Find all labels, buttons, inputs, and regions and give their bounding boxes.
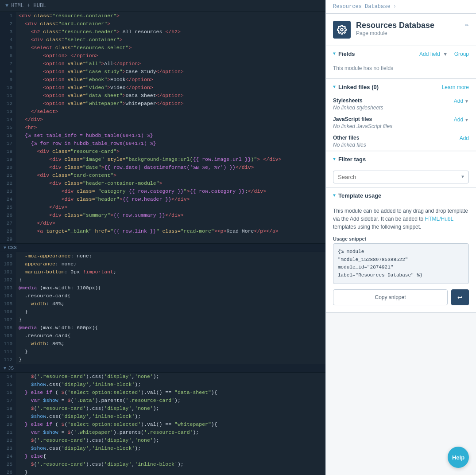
svg-point-0 bbox=[341, 28, 343, 31]
template-usage-section: ▼ Template usage This module can be adde… bbox=[326, 188, 476, 313]
snippet-actions: Copy snippet ↩ bbox=[326, 289, 476, 312]
add-js-button[interactable]: Add bbox=[454, 117, 463, 123]
table-row: 105 width: 45%; bbox=[0, 300, 325, 308]
linked-files-label: Linked files (0) bbox=[338, 84, 436, 90]
no-js-msg: No linked JavaScript files bbox=[333, 123, 469, 129]
table-row: 24 } else{ bbox=[0, 452, 325, 460]
table-row: 20 <div class="date">{{ row.date| dateti… bbox=[0, 164, 325, 171]
filter-search-container[interactable]: ▼ bbox=[333, 171, 469, 183]
undo-button[interactable]: ↩ bbox=[451, 289, 469, 305]
table-row: 6 <option> </option> bbox=[0, 52, 325, 60]
table-row: 29 bbox=[0, 235, 325, 243]
add-field-button[interactable]: Add field bbox=[419, 51, 440, 57]
editor-tab[interactable]: ▼ HTML + HUBL bbox=[0, 0, 325, 12]
css-section-header[interactable]: ▼ CSS bbox=[0, 243, 325, 252]
help-button[interactable]: Help bbox=[448, 447, 469, 468]
table-row: 26 <div class="summary">{{ row.summary }… bbox=[0, 211, 325, 219]
group-button[interactable]: Group bbox=[454, 51, 469, 57]
stylesheets-label: Stylesheets bbox=[333, 97, 363, 104]
table-row: 108@media (max-width: 600px){ bbox=[0, 324, 325, 332]
table-row: 11 <option value="data-sheet">Data Sheet… bbox=[0, 92, 325, 100]
js-section-header[interactable]: ▼ JS bbox=[0, 364, 325, 373]
code-sections: 1<div class="resources-container"> 2 <di… bbox=[0, 12, 325, 475]
fields-section-header[interactable]: ▼ Fields Add field ▼ Group bbox=[326, 46, 476, 62]
table-row: 20 } else if ( $('select option:selected… bbox=[0, 420, 325, 428]
js-section: 14 $('.resource-card').css('display','no… bbox=[0, 373, 325, 475]
filter-tags-header[interactable]: ▼ Filter tags bbox=[326, 152, 476, 167]
other-files-label: Other files bbox=[333, 135, 359, 141]
table-row: 16 {% set table_info = hubdb_table(69417… bbox=[0, 132, 325, 140]
table-row: 28 <a target="_blank" href="{{ row.link … bbox=[0, 227, 325, 235]
fields-section: ▼ Fields Add field ▼ Group This module h… bbox=[326, 46, 476, 79]
table-row: 23 <div class= "category {{ row.category… bbox=[0, 187, 325, 195]
table-row: 21 var $show = $('.Whitepaper').parents(… bbox=[0, 428, 325, 436]
linked-files-collapse-arrow: ▼ bbox=[333, 85, 336, 90]
table-row: 106 } bbox=[0, 308, 325, 316]
module-header: Resources Database Page module ✏️ bbox=[326, 14, 476, 46]
table-row: 104 .resource-card{ bbox=[0, 292, 325, 300]
filter-tags-section: ▼ Filter tags ▼ bbox=[326, 152, 476, 187]
table-row: 111 } bbox=[0, 348, 325, 356]
table-row: 4 <div class="select-container"> bbox=[0, 36, 325, 44]
tab-label: HTML + HUBL bbox=[11, 3, 46, 9]
linked-files-header[interactable]: ▼ Linked files (0) Learn more bbox=[326, 79, 476, 95]
add-stylesheet-button[interactable]: Add bbox=[454, 98, 463, 104]
snippet-box: {% module "module_152889785388522" modul… bbox=[333, 243, 469, 284]
module-icon bbox=[333, 21, 351, 39]
table-row: 1<div class="resources-container"> bbox=[0, 12, 325, 20]
table-row: 110 width: 80%; bbox=[0, 340, 325, 348]
table-row: 16 } else if ( $('select option:selected… bbox=[0, 389, 325, 397]
css-section-label: CSS bbox=[8, 245, 17, 250]
copy-snippet-button[interactable]: Copy snippet bbox=[333, 289, 448, 305]
table-row: 19 <div class="image" style="background-… bbox=[0, 156, 325, 164]
table-row: 100 appearance: none; bbox=[0, 260, 325, 268]
template-usage-label: Template usage bbox=[338, 192, 469, 199]
edit-icon[interactable]: ✏️ bbox=[465, 21, 469, 28]
html-section: 1<div class="resources-container"> 2 <di… bbox=[0, 12, 325, 243]
table-row: 7 <option value="all">All</option> bbox=[0, 60, 325, 68]
undo-icon: ↩ bbox=[457, 294, 463, 301]
table-row: 15 $show.css('display','inline-block'); bbox=[0, 381, 325, 389]
table-row: 3 <h2 class="resources-header"> All reso… bbox=[0, 28, 325, 36]
tab-arrow: ▼ bbox=[5, 3, 8, 9]
usage-snippet-label: Usage snippet bbox=[326, 236, 476, 243]
add-other-button[interactable]: Add bbox=[460, 135, 469, 141]
html-hubl-link[interactable]: HTML/HubL bbox=[425, 216, 453, 222]
table-row: 21 <div class="card-content"> bbox=[0, 171, 325, 179]
table-row: 17 {% for row in hubdb_table_rows(694171… bbox=[0, 140, 325, 148]
linked-files-body: Stylesheets Add ▼ No linked stylesheets … bbox=[326, 95, 476, 151]
add-js-dropdown[interactable]: ▼ bbox=[464, 117, 469, 122]
table-row: 13 </select> bbox=[0, 108, 325, 116]
template-usage-header[interactable]: ▼ Template usage bbox=[326, 188, 476, 203]
group-dropdown-arrow: ▼ bbox=[443, 51, 448, 57]
breadcrumb-arrow: › bbox=[393, 4, 396, 10]
no-other-msg: No linked files bbox=[333, 142, 469, 148]
add-stylesheet-dropdown[interactable]: ▼ bbox=[464, 99, 469, 104]
css-code-lines: 99 -moz-appearance: none; 100 appearance… bbox=[0, 252, 325, 364]
search-dropdown-arrow[interactable]: ▼ bbox=[461, 175, 464, 179]
search-input[interactable] bbox=[338, 174, 459, 180]
table-row: 18 $('.resource-card').css('display','no… bbox=[0, 405, 325, 413]
table-row: 5 <select class="resources-select"> bbox=[0, 44, 325, 52]
table-row: 102} bbox=[0, 276, 325, 284]
table-row: 2 <div class="card-container"> bbox=[0, 20, 325, 28]
right-panel: Resources Database › Resources Database … bbox=[325, 0, 476, 475]
css-section: 99 -moz-appearance: none; 100 appearance… bbox=[0, 252, 325, 364]
table-row: 24 <div class="header">{{ row.header }}<… bbox=[0, 195, 325, 203]
table-row: 17 var $show = $('.Data').parents('.reso… bbox=[0, 397, 325, 405]
table-row: 112} bbox=[0, 356, 325, 364]
filter-tags-label: Filter tags bbox=[338, 156, 469, 163]
linked-files-section: ▼ Linked files (0) Learn more Stylesheet… bbox=[326, 79, 476, 151]
table-row: 10 <option value="video">Video</option> bbox=[0, 84, 325, 92]
table-row: 25 </div> bbox=[0, 203, 325, 211]
table-row: 27 </div> bbox=[0, 219, 325, 227]
table-row: 14 $('.resource-card').css('display','no… bbox=[0, 373, 325, 381]
table-row: 8 <option value="case-study">Case Study<… bbox=[0, 68, 325, 76]
table-row: 22 $('.resource-card').css('display','no… bbox=[0, 436, 325, 444]
js-files-row: JavaScript files Add ▼ No linked JavaScr… bbox=[326, 113, 476, 132]
fields-label: Fields bbox=[338, 51, 413, 57]
other-files-row: Other files Add No linked files bbox=[326, 132, 476, 151]
no-stylesheets-msg: No linked stylesheets bbox=[333, 105, 469, 111]
css-collapse-arrow: ▼ bbox=[4, 245, 6, 250]
learn-more-link[interactable]: Learn more bbox=[442, 84, 469, 90]
